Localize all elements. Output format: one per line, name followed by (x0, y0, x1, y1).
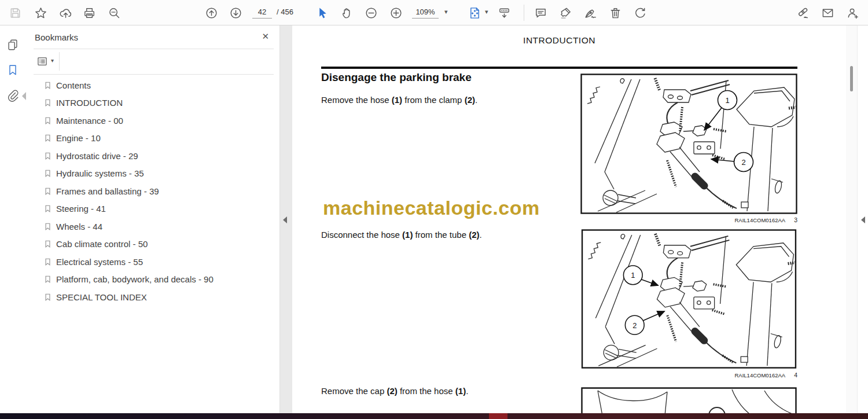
bookmark-options-button[interactable] (34, 53, 51, 69)
bookmark-label: Maintenance - 00 (56, 116, 123, 126)
email-button[interactable] (817, 2, 838, 23)
paragraph: Disconnect the hose (1) from the tube (2… (321, 230, 576, 240)
dock-toolbar-button[interactable] (494, 2, 514, 23)
callout-2: 2 (632, 321, 637, 330)
close-panel-button[interactable]: ✕ (262, 31, 269, 42)
panel-divider (34, 49, 274, 49)
select-tool-button[interactable] (312, 2, 333, 23)
bookmark-label: Electrical systems - 55 (56, 257, 143, 267)
share-button[interactable] (55, 2, 76, 23)
page-thumbnails-panel-button[interactable] (4, 36, 21, 53)
bookmarks-panel-button[interactable] (4, 61, 21, 79)
collapse-panel-button[interactable] (283, 216, 287, 223)
zoom-out-button[interactable] (361, 2, 381, 23)
bookmark-item-electrical[interactable]: Electrical systems - 55 (25, 253, 279, 271)
page-header: INTRODUCTION (321, 35, 797, 46)
bookmark-item-cab-climate[interactable]: Cab climate control - 50 (25, 236, 279, 253)
zoom-caret-icon[interactable]: ▾ (444, 8, 448, 16)
figure-number: 4 (794, 372, 797, 378)
printer-icon (83, 6, 96, 20)
figure-3-image: 1 2 (580, 73, 797, 214)
figure-5-image (580, 387, 797, 413)
bookmark-label: Contents (56, 80, 91, 90)
zoom-in-button[interactable] (385, 2, 406, 23)
bookmark-label: Frames and ballasting - 39 (56, 186, 159, 196)
fit-page-icon (468, 6, 481, 20)
save-button[interactable] (5, 2, 25, 23)
section-title: Disengage the parking brake (321, 71, 472, 84)
bookmark-icon (43, 187, 52, 196)
bookmark-item-wheels[interactable]: Wheels - 44 (25, 218, 279, 236)
comment-button[interactable] (530, 2, 551, 23)
pages-icon (6, 38, 19, 51)
highlight-button[interactable] (555, 2, 576, 23)
bookmark-label: Steering - 41 (56, 204, 106, 214)
add-user-button[interactable] (842, 2, 863, 23)
bookmark-icon (43, 134, 52, 142)
bookmark-item-steering[interactable]: Steering - 41 (25, 200, 279, 218)
page-down-button[interactable] (225, 2, 246, 23)
page-up-button[interactable] (201, 2, 222, 23)
highlighter-icon (559, 6, 572, 20)
chevron-left-icon (861, 216, 865, 223)
taskbar-edge (0, 413, 868, 419)
callout-2: 2 (741, 158, 745, 167)
right-panel-rail (857, 25, 868, 413)
figure-3-caption: RAIL14COM0162AA3 (580, 216, 797, 223)
zoom-level-input[interactable]: 109% (412, 6, 439, 19)
bookmark-item-platform-cab[interactable]: Platform, cab, bodywork, and decals - 90 (25, 271, 279, 289)
page-number-input[interactable]: 42 (252, 6, 272, 19)
toolbar-divider (524, 5, 524, 21)
options-divider (59, 52, 60, 71)
paragraph: Remove the cap (2) from the hose (1). (321, 386, 576, 396)
person-add-icon (846, 6, 859, 20)
rotate-arrow-icon (634, 6, 647, 20)
scrollbar-thumb[interactable] (850, 66, 853, 91)
bookmark-item-contents[interactable]: Contents (25, 76, 279, 94)
ink-signature-button[interactable] (580, 2, 601, 23)
figure-number: 3 (794, 216, 797, 223)
bookmark-icon (43, 204, 52, 213)
bookmark-icon (43, 258, 52, 266)
cloud-upload-icon (59, 6, 72, 20)
pdf-toolbar: 42 / 456 109% ▾ ▾ (0, 0, 868, 25)
bookmarks-panel-title: Bookmarks (35, 32, 78, 42)
bookmark-item-hydraulic-systems[interactable]: Hydraulic systems - 35 (25, 165, 279, 183)
bookmark-list: Contents INTRODUCTION Maintenance - 00 E… (25, 76, 279, 413)
bookmark-icon (43, 116, 52, 125)
hand-tool-button[interactable] (336, 2, 357, 23)
paragraph: Remove the hose (1) from the clamp (2). (321, 95, 576, 105)
bookmark-item-frames-ballasting[interactable]: Frames and ballasting - 39 (25, 182, 279, 200)
delete-button[interactable] (605, 2, 626, 23)
options-caret-icon[interactable]: ▾ (51, 57, 54, 64)
panel-splitter[interactable] (279, 25, 292, 413)
save-icon (9, 6, 22, 20)
bookmark-item-hydrostatic-drive[interactable]: Hydrostatic drive - 29 (25, 147, 279, 165)
bookmark-item-introduction[interactable]: INTRODUCTION (25, 94, 279, 112)
vertical-scrollbar[interactable] (846, 25, 857, 413)
options-list-icon (36, 56, 48, 67)
bookmark-item-engine[interactable]: Engine - 10 (25, 130, 279, 148)
bookmark-item-maintenance[interactable]: Maintenance - 00 (25, 112, 279, 130)
bookmark-icon (43, 222, 52, 231)
bookmark-icon (43, 240, 52, 248)
link-share-icon (796, 6, 810, 20)
section-rule (321, 67, 797, 69)
fit-page-caret-icon[interactable]: ▾ (485, 8, 488, 16)
search-icon (108, 6, 121, 20)
bookmark-label: SPECIAL TOOL INDEX (56, 292, 147, 302)
callout-1: 1 (725, 96, 729, 105)
get-link-button[interactable] (792, 2, 813, 23)
bookmarks-panel: Bookmarks ✕ ▾ Contents INTRODUCTION Main… (25, 25, 279, 413)
arrow-up-circle-icon (205, 6, 218, 20)
expand-right-panel-button[interactable] (861, 216, 865, 223)
bookmark-item-special-tool-index[interactable]: SPECIAL TOOL INDEX (25, 288, 279, 306)
fit-page-button[interactable] (464, 2, 485, 23)
paperclip-icon (6, 89, 19, 102)
attachments-panel-button[interactable] (4, 87, 21, 104)
print-button[interactable] (79, 2, 100, 23)
redo-button[interactable] (630, 2, 650, 23)
bookmark-icon (43, 275, 52, 284)
find-button[interactable] (104, 2, 124, 23)
favorite-button[interactable] (30, 2, 51, 23)
